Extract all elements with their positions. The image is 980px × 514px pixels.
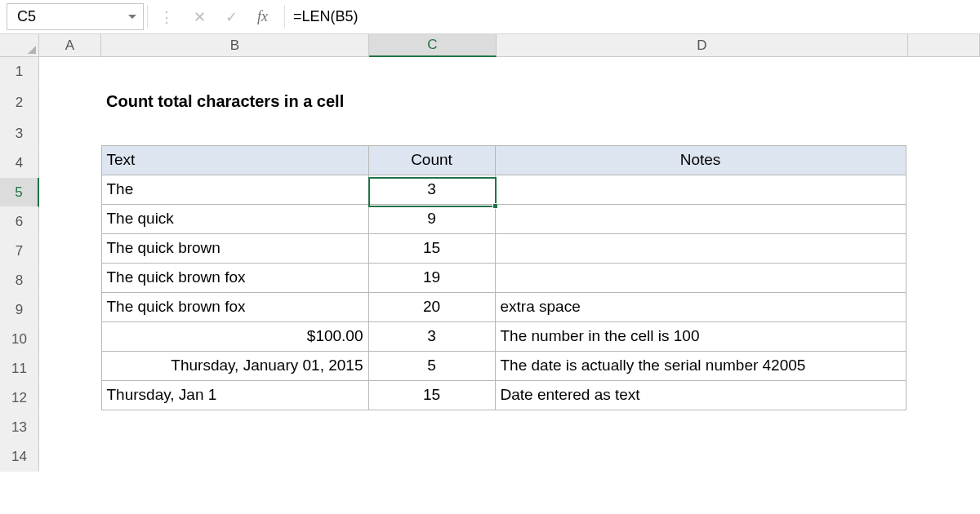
col-header-a[interactable]: A (39, 34, 101, 56)
cell-notes[interactable] (495, 175, 906, 205)
cell-count[interactable]: 9 (368, 204, 496, 234)
cell-text[interactable]: Thursday, January 01, 2015 (101, 351, 369, 381)
row-header[interactable]: 5 (0, 178, 39, 207)
cells-area[interactable]: Count total characters in a cell Text Co… (39, 57, 980, 472)
cell-count[interactable]: 3 (368, 321, 496, 352)
row-2: Count total characters in a cell (39, 86, 980, 119)
data-table: Text Count Notes The 3 The quick 9 (101, 145, 908, 410)
title-cell[interactable]: Count total characters in a cell (101, 86, 349, 116)
cell-notes[interactable] (495, 233, 906, 264)
cell-notes[interactable]: extra space (495, 292, 906, 322)
cell-count[interactable]: 5 (368, 351, 496, 381)
cell-text[interactable]: The quick brown fox (101, 292, 369, 322)
cell-notes[interactable] (495, 263, 906, 293)
row-header[interactable]: 8 (0, 266, 39, 295)
row-header[interactable]: 13 (0, 413, 39, 442)
cancel-icon[interactable]: ✕ (194, 8, 206, 26)
table-row: Thursday, January 01, 2015 5 The date is… (101, 351, 908, 380)
cell-count[interactable]: 19 (368, 263, 496, 293)
row-1 (39, 57, 980, 86)
name-box[interactable]: C5 (7, 3, 144, 30)
cell-notes[interactable] (495, 204, 906, 234)
cell[interactable] (497, 57, 908, 86)
cell-text[interactable]: The quick brown fox (101, 263, 369, 293)
formula-input[interactable]: =LEN(B5) (285, 0, 980, 33)
cell-count[interactable]: 15 (368, 380, 496, 410)
cell-count[interactable]: 3 (368, 175, 496, 205)
row-header[interactable]: 4 (0, 148, 39, 178)
cell-text[interactable]: Thursday, Jan 1 (101, 380, 369, 410)
cell-text[interactable]: The quick (101, 204, 369, 234)
cell[interactable] (39, 86, 101, 116)
row-header[interactable]: 3 (0, 119, 39, 148)
table-row: The quick 9 (101, 204, 908, 233)
cell[interactable] (101, 57, 369, 86)
row-header[interactable]: 1 (0, 57, 39, 86)
cell-notes[interactable]: The date is actually the serial number 4… (495, 351, 906, 381)
separator-dots-icon: ⋮ (159, 8, 174, 26)
formula-bar: C5 ⋮ ✕ ✓ fx =LEN(B5) (0, 0, 980, 34)
formula-text: =LEN(B5) (293, 8, 359, 25)
column-headers: A B C D (0, 34, 980, 57)
insert-function-icon[interactable]: fx (257, 8, 268, 25)
row-header[interactable]: 6 (0, 207, 39, 237)
table-row: $100.00 3 The number in the cell is 100 (101, 321, 908, 351)
row-header[interactable]: 7 (0, 237, 39, 266)
table-row: Thursday, Jan 1 15 Date entered as text (101, 380, 908, 410)
cell[interactable] (39, 119, 101, 148)
table-row: The quick brown fox 19 (101, 263, 908, 292)
cell-text[interactable]: The quick brown (101, 233, 369, 264)
cell-count[interactable]: 15 (368, 233, 496, 264)
cell[interactable] (39, 57, 101, 86)
formula-bar-buttons: ⋮ ✕ ✓ fx (148, 0, 284, 33)
row-header[interactable]: 12 (0, 383, 39, 413)
row-header[interactable]: 9 (0, 295, 39, 325)
row-header[interactable]: 11 (0, 354, 39, 383)
table-row: The quick brown fox 20 extra space (101, 292, 908, 321)
cell-text[interactable]: $100.00 (101, 321, 369, 352)
row-headers: 1 2 3 4 5 6 7 8 9 10 11 12 13 14 (0, 57, 39, 472)
table-header-notes[interactable]: Notes (495, 145, 906, 175)
cell-notes[interactable]: Date entered as text (495, 380, 906, 410)
name-box-value: C5 (17, 8, 36, 25)
select-all-button[interactable] (0, 34, 39, 56)
name-box-dropdown-icon[interactable] (128, 15, 136, 19)
row-header[interactable]: 2 (0, 86, 39, 119)
table-header-text[interactable]: Text (101, 145, 369, 175)
cell-notes[interactable]: The number in the cell is 100 (495, 321, 906, 352)
row-header[interactable]: 14 (0, 442, 39, 472)
col-header-b[interactable]: B (101, 34, 369, 56)
rows-area: 1 2 3 4 5 6 7 8 9 10 11 12 13 14 (0, 57, 980, 472)
table-header-row: Text Count Notes (101, 145, 908, 175)
col-header-extra[interactable] (908, 34, 980, 56)
cell-count[interactable]: 20 (368, 292, 496, 322)
spreadsheet-grid: A B C D 1 2 3 4 5 6 7 8 9 10 11 12 13 14 (0, 34, 980, 472)
table-row: The quick brown 15 (101, 233, 908, 263)
col-header-c[interactable]: C (369, 34, 497, 57)
cell-text[interactable]: The (101, 175, 369, 205)
table-header-count[interactable]: Count (368, 145, 496, 175)
cell[interactable] (369, 57, 497, 86)
col-header-d[interactable]: D (497, 34, 908, 56)
table-row: The 3 (101, 175, 908, 204)
enter-icon[interactable]: ✓ (225, 8, 238, 26)
row-header[interactable]: 10 (0, 325, 39, 354)
